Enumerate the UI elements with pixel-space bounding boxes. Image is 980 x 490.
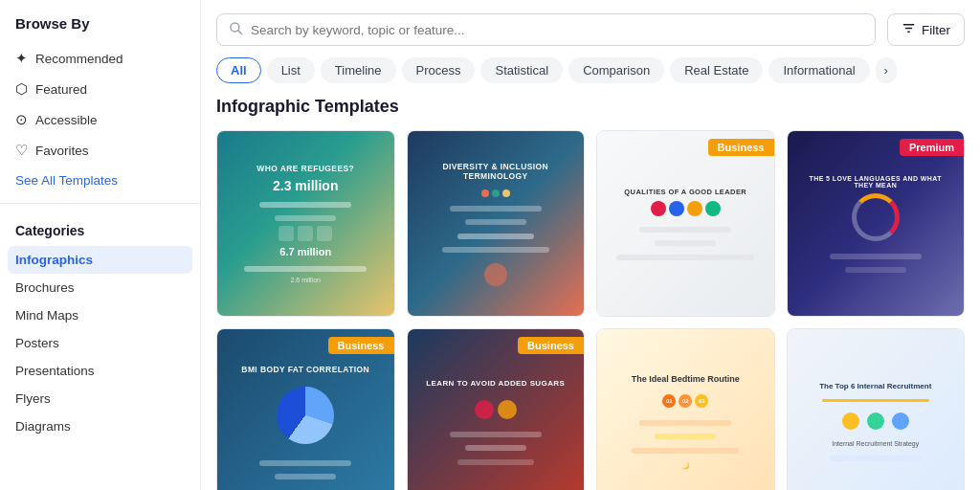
sidebar-item-presentations[interactable]: Presentations: [0, 357, 200, 385]
sidebar-item-brochures[interactable]: Brochures: [0, 274, 200, 301]
tab-timeline[interactable]: Timeline: [321, 57, 396, 83]
filter-tabs: All List Timeline Process Statistical Co…: [216, 57, 965, 83]
card-title: The Top 6 Internal Recruitment: [819, 382, 931, 390]
svg-line-1: [238, 31, 241, 33]
tab-all[interactable]: All: [216, 57, 261, 83]
sidebar-item-label: Featured: [35, 82, 87, 97]
template-card-5langs[interactable]: Premium The 5 Love Languages and What th…: [787, 130, 966, 317]
svg-point-0: [231, 23, 239, 32]
heart-icon: ♡: [15, 142, 28, 159]
card-title: WHO ARE REFUGEES?: [256, 164, 354, 173]
sidebar-item-flyers[interactable]: Flyers: [0, 385, 200, 412]
template-card-qualities[interactable]: Business Qualities Of A Good Leader: [596, 130, 775, 317]
page-title: Infographic Templates: [216, 97, 965, 117]
sidebar-item-favorites[interactable]: ♡ Favorites: [0, 135, 200, 166]
tab-comparison[interactable]: Comparison: [568, 57, 664, 83]
sidebar-item-infographics[interactable]: Infographics: [8, 246, 192, 274]
template-card-refugees[interactable]: WHO ARE REFUGEES? 2.3 million 6.7 millio…: [216, 130, 395, 317]
sidebar-divider: [0, 203, 200, 204]
business-badge-2: Business: [328, 337, 394, 354]
search-input[interactable]: [251, 23, 863, 37]
template-card-sugars[interactable]: Business Learn to Avoid Added Sugars: [407, 328, 586, 490]
sidebar-item-label: Infographics: [15, 253, 93, 267]
sidebar-item-label: Presentations: [15, 364, 95, 378]
sidebar-item-label: Posters: [15, 336, 59, 350]
sidebar-item-label: Mind Maps: [15, 308, 78, 323]
premium-badge: Premium: [900, 139, 964, 156]
template-card-bedtime[interactable]: The Ideal Bedtime Routine 01 02 03 🌙: [596, 328, 775, 490]
business-badge-3: Business: [518, 337, 584, 354]
tab-real-estate[interactable]: Real Estate: [670, 57, 763, 83]
main-content: Filter All List Timeline Process Statist…: [201, 0, 980, 490]
sidebar-item-posters[interactable]: Posters: [0, 329, 200, 357]
sidebar-item-label: Favorites: [35, 144, 89, 158]
templates-grid: WHO ARE REFUGEES? 2.3 million 6.7 millio…: [216, 130, 965, 490]
template-card-bmi[interactable]: Business BMI Body Fat Correlation: [216, 328, 395, 490]
hex-icon: ⬡: [15, 80, 28, 98]
tab-list[interactable]: List: [267, 57, 315, 83]
search-icon: [229, 21, 243, 38]
sidebar-item-label: Brochures: [15, 280, 75, 295]
sidebar-item-recommended[interactable]: ✦ Recommended: [0, 43, 200, 74]
sidebar-browse-title: Browse By: [0, 15, 200, 43]
categories-title: Categories: [0, 212, 200, 246]
template-card-recruitment[interactable]: The Top 6 Internal Recruitment Internal …: [787, 328, 966, 490]
template-card-diversity[interactable]: Diversity & Inclusion Terminology: [407, 130, 586, 317]
star-icon: ✦: [15, 50, 28, 67]
card-title: Diversity & Inclusion Terminology: [419, 162, 573, 181]
sidebar-item-mind-maps[interactable]: Mind Maps: [0, 301, 200, 329]
see-all-templates-link[interactable]: See All Templates: [0, 166, 200, 195]
tab-informational[interactable]: Informational: [768, 57, 869, 83]
tab-process[interactable]: Process: [402, 57, 476, 83]
business-badge: Business: [708, 139, 774, 156]
card-title: The Ideal Bedtime Routine: [632, 374, 740, 384]
top-bar: Filter: [216, 13, 965, 46]
tab-statistical[interactable]: Statistical: [480, 57, 563, 83]
sidebar-item-featured[interactable]: ⬡ Featured: [0, 74, 200, 104]
sidebar-item-label: Flyers: [15, 391, 51, 406]
sidebar-item-diagrams[interactable]: Diagrams: [0, 412, 200, 440]
search-box[interactable]: [216, 13, 876, 46]
filter-icon: [902, 21, 916, 38]
sidebar-item-label: Diagrams: [15, 419, 71, 434]
sidebar-item-label: Recommended: [35, 52, 123, 66]
tab-more-button[interactable]: ›: [876, 57, 897, 83]
sidebar-item-label: Accessible: [35, 113, 98, 127]
sidebar-item-accessible[interactable]: ⊙ Accessible: [0, 104, 200, 135]
accessible-icon: ⊙: [15, 111, 28, 128]
filter-button[interactable]: Filter: [887, 13, 965, 46]
sidebar: Browse By ✦ Recommended ⬡ Featured ⊙ Acc…: [0, 0, 201, 490]
